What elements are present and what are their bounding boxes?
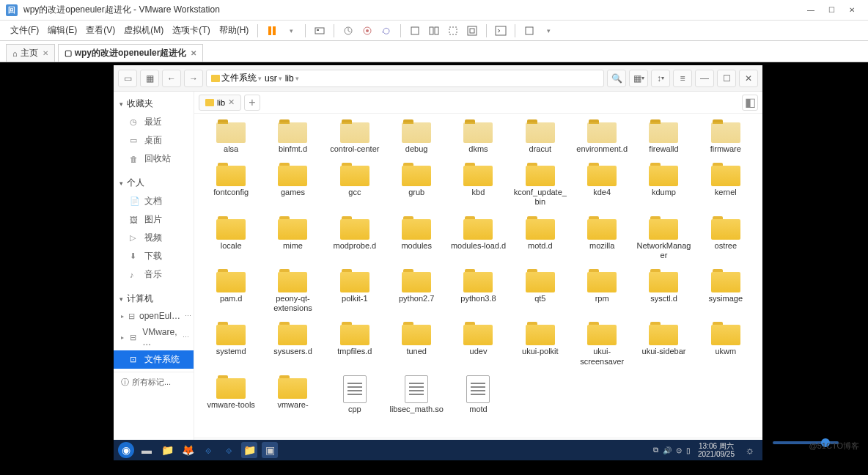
folder-item-python2.7[interactable]: python2.7 — [387, 268, 446, 314]
folder-item-tuned[interactable]: tuned — [387, 320, 446, 367]
fm-minimize-button[interactable]: — — [695, 70, 714, 87]
folder-item-environment.d[interactable]: environment.d — [573, 118, 631, 155]
folder-item-modprobe.d[interactable]: modprobe.d — [326, 215, 384, 262]
stretch-dropdown-icon[interactable]: ▾ — [542, 24, 555, 37]
folder-item-udev[interactable]: udev — [449, 320, 507, 367]
new-tab-button[interactable]: + — [244, 95, 260, 111]
tab-close-icon[interactable]: ✕ — [43, 49, 48, 57]
revert-icon[interactable] — [380, 24, 393, 37]
snapshot-icon[interactable] — [342, 24, 355, 37]
send-ctrlaltdel-icon[interactable] — [313, 24, 326, 37]
sidebar-item-视频[interactable]: ▷视频 — [114, 229, 194, 247]
folder-item-polkit-1[interactable]: polkit-1 — [326, 268, 384, 314]
taskview-button[interactable]: ▬ — [139, 442, 155, 458]
sidebar-item-VMware, …[interactable]: ▸⊟VMware, …⋯ — [114, 324, 194, 350]
menu-button[interactable]: ≡ — [673, 70, 692, 87]
file-item-motd[interactable]: motd — [449, 374, 507, 416]
path-crumb-lib[interactable]: lib▾ — [285, 73, 299, 84]
nav-forward-button[interactable]: → — [184, 70, 203, 87]
folder-item-alsa[interactable]: alsa — [202, 118, 260, 155]
tab-home[interactable]: ⌂ 主页 ✕ — [6, 44, 55, 62]
folder-item-firmware[interactable]: firmware — [696, 118, 755, 155]
folder-item-ukui-polkit[interactable]: ukui-polkit — [511, 320, 570, 367]
sidebar-item-文档[interactable]: 📄文档 — [114, 192, 194, 210]
folder-item-NetworkManager[interactable]: NetworkManager — [634, 215, 693, 262]
folder-item-debug[interactable]: debug — [387, 118, 446, 155]
folder-item-firewalld[interactable]: firewalld — [634, 118, 693, 155]
menu-tabs[interactable]: 选项卡(T) — [168, 21, 214, 40]
tab-vm-active[interactable]: ▢ wpy的改进openeuler超进化 ✕ — [58, 44, 204, 62]
open-terminal-button[interactable]: ▭ — [118, 70, 137, 87]
battery-icon[interactable]: ▯ — [686, 446, 691, 454]
menu-help[interactable]: 帮助(H) — [215, 21, 254, 40]
fm-tab-lib[interactable]: lib ✕ — [199, 95, 241, 111]
folder-item-vmware-[interactable]: vmware- — [263, 374, 322, 416]
system-tray[interactable]: ⧉ 🔊 ⊙ ▯ — [653, 446, 691, 454]
menu-view[interactable]: 查看(V) — [81, 21, 119, 40]
path-bar[interactable]: 文件系统▾ usr▾ lib▾ — [206, 70, 604, 87]
sidebar-item-最近[interactable]: ◷最近 — [114, 113, 194, 131]
folder-item-mozilla[interactable]: mozilla — [573, 215, 631, 262]
network-icon[interactable]: ⊙ — [676, 446, 682, 454]
folder-item-systemd[interactable]: systemd — [202, 320, 260, 367]
files-open-icon[interactable]: 📁 — [241, 442, 257, 458]
maximize-button[interactable]: ☐ — [821, 3, 842, 18]
firefox-launcher[interactable]: 🦊 — [180, 442, 196, 458]
night-mode-icon[interactable]: ☼ — [742, 442, 758, 458]
folder-item-sysusers.d[interactable]: sysusers.d — [263, 320, 322, 367]
tab-close-icon[interactable]: ✕ — [228, 97, 235, 107]
folder-item-dracut[interactable]: dracut — [511, 118, 570, 155]
folder-item-kernel[interactable]: kernel — [696, 161, 755, 208]
terminal-launcher[interactable]: ▣ — [262, 442, 278, 458]
nav-back-button[interactable]: ← — [162, 70, 181, 87]
folder-item-peony-qt-extensions[interactable]: peony-qt-extensions — [263, 268, 322, 314]
path-crumb-usr[interactable]: usr▾ — [265, 73, 282, 84]
menu-edit[interactable]: 编辑(E) — [43, 21, 81, 40]
folder-item-rpm[interactable]: rpm — [573, 268, 631, 314]
sidebar-item-回收站[interactable]: 🗑回收站 — [114, 150, 194, 168]
volume-icon[interactable]: 🔊 — [663, 446, 672, 454]
folder-item-kconf_update_bin[interactable]: kconf_update_bin — [511, 161, 570, 208]
folder-item-ostree[interactable]: ostree — [696, 215, 755, 262]
sidebar-item-openEul…[interactable]: ▸⊟openEul…⋯ — [114, 308, 194, 324]
folder-item-pam.d[interactable]: pam.d — [202, 268, 260, 314]
folder-item-mime[interactable]: mime — [263, 215, 322, 262]
path-crumb-root[interactable]: 文件系统▾ — [211, 72, 262, 84]
menu-file[interactable]: 文件(F) — [6, 21, 43, 40]
folder-item-kdump[interactable]: kdump — [634, 161, 693, 208]
folder-item-kde4[interactable]: kde4 — [573, 161, 631, 208]
taskbar-clock[interactable]: 13:06 周六 2021/09/25 — [698, 442, 735, 458]
sidebar-toggle-button[interactable]: ◧ — [742, 95, 758, 111]
folder-item-control-center[interactable]: control-center — [326, 118, 384, 155]
view-grid-button[interactable]: ▦ ▾ — [629, 70, 648, 87]
fm-maximize-button[interactable]: ☐ — [717, 70, 736, 87]
pause-icon[interactable] — [265, 24, 279, 37]
sidebar-item-下载[interactable]: ⬇下载 — [114, 247, 194, 265]
folder-item-sysctl.d[interactable]: sysctl.d — [634, 268, 693, 314]
new-folder-button[interactable]: ▦ — [140, 70, 159, 87]
folder-item-python3.8[interactable]: python3.8 — [449, 268, 507, 314]
view-multi-icon[interactable] — [427, 24, 441, 37]
stretch-icon[interactable] — [523, 24, 536, 37]
folder-item-dkms[interactable]: dkms — [449, 118, 507, 155]
file-item-cpp[interactable]: cpp — [326, 374, 384, 416]
console-icon[interactable] — [494, 24, 507, 37]
snapshot-manager-icon[interactable] — [361, 24, 374, 37]
sidebar-item-音乐[interactable]: ♪音乐 — [114, 265, 194, 284]
folder-item-tmpfiles.d[interactable]: tmpfiles.d — [326, 320, 384, 367]
folder-item-vmware-tools[interactable]: vmware-tools — [202, 374, 260, 416]
folder-item-locale[interactable]: locale — [202, 215, 260, 262]
power-dropdown-icon[interactable]: ▾ — [284, 24, 298, 37]
close-button[interactable]: ✕ — [842, 3, 862, 18]
sidebar-item-图片[interactable]: 🖼图片 — [114, 210, 194, 229]
folder-item-binfmt.d[interactable]: binfmt.d — [263, 118, 322, 155]
folder-item-grub[interactable]: grub — [387, 161, 446, 208]
folder-item-modules[interactable]: modules — [387, 215, 446, 262]
sidebar-footer[interactable]: ⓘ所有标记... — [114, 372, 194, 392]
folder-item-ukui-screensaver[interactable]: ukui-screensaver — [573, 320, 631, 367]
search-button[interactable]: 🔍 — [607, 70, 626, 87]
file-item-libsec_math.so[interactable]: libsec_math.so — [387, 374, 446, 416]
menu-vm[interactable]: 虚拟机(M) — [119, 21, 168, 40]
sidebar-item-文件系统[interactable]: ⊡文件系统 — [114, 350, 194, 369]
sidebar-item-桌面[interactable]: ▭桌面 — [114, 131, 194, 150]
